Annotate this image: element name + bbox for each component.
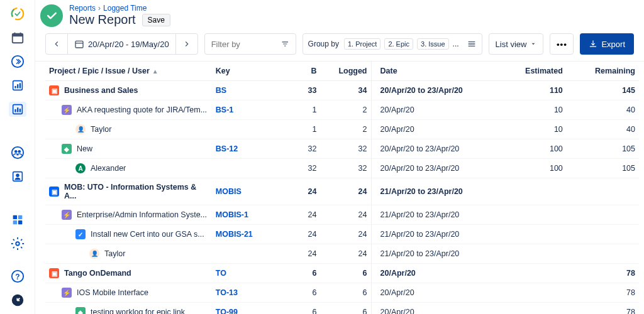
table-row[interactable]: 👤Taylor1220/Apr/201040 bbox=[45, 120, 639, 139]
apps-icon[interactable] bbox=[9, 212, 26, 227]
app-sidebar: ? bbox=[0, 0, 35, 314]
svg-rect-21 bbox=[18, 215, 21, 219]
svg-rect-13 bbox=[17, 107, 18, 112]
svg-point-16 bbox=[14, 150, 17, 153]
reports-icon[interactable] bbox=[9, 78, 26, 93]
col-b[interactable]: B bbox=[277, 62, 320, 81]
caret-down-icon bbox=[530, 41, 536, 47]
page-header: Reports›Logged Time New ReportSave bbox=[35, 0, 644, 31]
col-estimated[interactable]: Estimated bbox=[494, 62, 567, 81]
date-range-picker[interactable]: 20/Apr/20 - 19/May/20 bbox=[68, 39, 175, 49]
svg-point-24 bbox=[16, 242, 19, 246]
col-name[interactable]: Project / Epic / Issue / User▲ bbox=[45, 62, 212, 81]
svg-point-15 bbox=[11, 147, 23, 158]
svg-rect-12 bbox=[14, 109, 16, 112]
svg-rect-10 bbox=[19, 83, 20, 88]
svg-rect-8 bbox=[14, 86, 16, 89]
group-chip-2[interactable]: 2. Epic bbox=[384, 38, 413, 50]
group-chip-1[interactable]: 1. Project bbox=[344, 38, 380, 50]
svg-rect-22 bbox=[13, 220, 16, 224]
table-row[interactable]: ✓Install new Cert into our GSA s...MOBIS… bbox=[45, 225, 639, 244]
export-button[interactable]: Export bbox=[580, 33, 634, 55]
table-row[interactable]: ⚡IOS Mobile InterfaceTO-136620/Apr/2078 bbox=[45, 283, 639, 303]
sort-asc-icon: ▲ bbox=[152, 68, 158, 75]
filter-input-group bbox=[204, 33, 296, 55]
more-actions-button[interactable]: ••• bbox=[550, 33, 574, 55]
page-title: New ReportSave bbox=[69, 13, 634, 27]
help-icon[interactable]: ? bbox=[9, 269, 26, 284]
calendar-icon[interactable] bbox=[9, 30, 26, 45]
svg-point-6 bbox=[11, 56, 23, 67]
svg-rect-9 bbox=[17, 84, 18, 88]
col-date[interactable]: Date bbox=[371, 62, 494, 81]
table-row[interactable]: AAlexander323220/Apr/20 to 23/Apr/201001… bbox=[45, 159, 639, 178]
col-remaining[interactable]: Remaining bbox=[567, 62, 639, 81]
svg-rect-3 bbox=[12, 34, 23, 37]
breadcrumb[interactable]: Reports›Logged Time bbox=[69, 4, 634, 13]
save-button[interactable]: Save bbox=[142, 14, 170, 26]
prev-period-button[interactable] bbox=[46, 34, 67, 54]
calendar-small-icon bbox=[74, 39, 84, 49]
table-row[interactable]: ▣Tango OnDemandTO6620/Apr/2078 bbox=[45, 264, 639, 283]
report-table: Project / Epic / Issue / User▲ Key B Log… bbox=[45, 62, 639, 314]
group-chip-3[interactable]: 3. Issue bbox=[417, 38, 449, 50]
check-badge-icon bbox=[40, 4, 63, 27]
group-by-control[interactable]: Group by 1. Project 2. Epic 3. Issue ... bbox=[303, 33, 482, 55]
col-key[interactable]: Key bbox=[212, 62, 277, 81]
list-lines-icon bbox=[467, 39, 477, 49]
svg-point-17 bbox=[18, 150, 21, 153]
table-row[interactable]: 👤Taylor242421/Apr/20 to 23/Apr/20 bbox=[45, 244, 639, 264]
svg-text:?: ? bbox=[15, 273, 19, 281]
svg-rect-20 bbox=[13, 215, 16, 219]
filter-input[interactable] bbox=[211, 40, 281, 49]
table-row[interactable]: ⚡AKA requesting quote for JIRA/Tem...BS-… bbox=[45, 100, 639, 120]
svg-rect-23 bbox=[18, 220, 21, 224]
table-row[interactable]: ◆NewBS-12323220/Apr/20 to 23/Apr/2010010… bbox=[45, 139, 639, 159]
svg-rect-14 bbox=[19, 109, 20, 112]
toolbar: 20/Apr/20 - 19/May/20 Group by 1. Projec… bbox=[35, 31, 644, 62]
svg-rect-28 bbox=[75, 41, 83, 48]
team-icon[interactable] bbox=[9, 145, 26, 160]
table-row[interactable]: ◆testing worklog for epic linkTO-996620/… bbox=[45, 303, 639, 315]
table-row[interactable]: ▣MOB: UTO - Information Systems & A...MO… bbox=[45, 178, 639, 205]
settings-icon[interactable] bbox=[9, 236, 26, 251]
svg-point-19 bbox=[16, 173, 19, 177]
report-active-icon[interactable] bbox=[9, 102, 26, 117]
pin-icon[interactable] bbox=[9, 293, 26, 308]
group-more[interactable]: ... bbox=[453, 40, 459, 48]
table-row[interactable]: ⚡Enterprise/Admin Information Syste...MO… bbox=[45, 205, 639, 225]
download-icon bbox=[589, 40, 597, 48]
next-period-button[interactable] bbox=[176, 34, 197, 54]
user-icon[interactable] bbox=[9, 169, 26, 184]
logo-icon[interactable] bbox=[9, 6, 26, 21]
view-mode-dropdown[interactable]: List view bbox=[489, 33, 544, 55]
filter-icon[interactable] bbox=[281, 40, 289, 48]
expand-icon[interactable] bbox=[9, 54, 26, 69]
col-logged[interactable]: Logged bbox=[320, 62, 371, 81]
table-row[interactable]: ▣Business and SalesBS333420/Apr/20 to 23… bbox=[45, 81, 639, 100]
